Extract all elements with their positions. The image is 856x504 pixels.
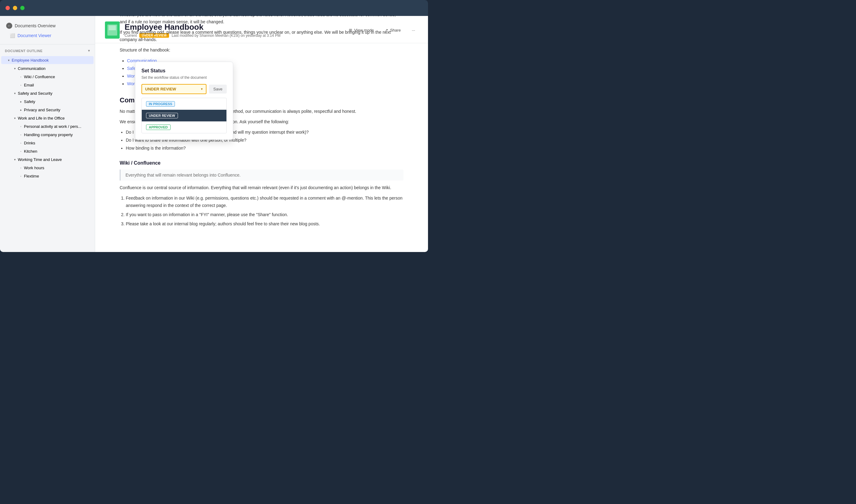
minimize-button[interactable] xyxy=(13,6,17,10)
tree-toggle-personal xyxy=(18,124,23,129)
status-select-value: UNDER REVIEW xyxy=(145,87,201,91)
status-select[interactable]: UNDER REVIEW ▾ xyxy=(141,84,207,94)
in-progress-badge: IN PROGRESS xyxy=(146,101,175,107)
edit-icon-comm: ✎ xyxy=(380,98,383,102)
wiki-numbered-list: Feedback on information in our Wiki (e.g… xyxy=(120,195,403,228)
traffic-lights xyxy=(5,6,24,10)
option-approved[interactable]: APPROVED xyxy=(142,121,226,133)
sidebar: ← Documents Overview ⬜ Document Viewer D… xyxy=(0,16,95,252)
back-link-label: Documents Overview xyxy=(15,23,55,28)
tree-toggle-wiki xyxy=(18,74,23,79)
maximize-button[interactable] xyxy=(20,6,24,10)
document-outline-tree: Employee Handbook Communication Wiki / C… xyxy=(0,55,95,181)
tree-children-handbook: Communication Wiki / Confluence Email xyxy=(0,65,95,180)
tree-toggle-privacy[interactable] xyxy=(18,107,23,112)
tree-item-drinks[interactable]: Drinks xyxy=(14,139,93,147)
wiki-item-3: Please take a look at our internal blog … xyxy=(126,220,403,228)
tree-item-kitchen[interactable]: Kitchen xyxy=(14,147,93,155)
save-button[interactable]: Save xyxy=(209,85,227,93)
popup-title: Set Status xyxy=(141,68,227,74)
comm-bullet-3: How binding is the information? xyxy=(126,145,403,152)
sidebar-nav-label: Document Viewer xyxy=(17,33,51,38)
tree-toggle-kitchen xyxy=(18,149,23,154)
document-viewer-icon: ⬜ xyxy=(10,33,15,38)
tree-toggle-flextime xyxy=(18,174,23,178)
tree-item-working-time[interactable]: Working Time and Leave xyxy=(7,156,93,163)
tree-item-safety-security[interactable]: Safety and Security xyxy=(7,89,93,97)
under-review-badge: UNDER REVIEW xyxy=(146,113,178,118)
tree-toggle-working-time[interactable] xyxy=(12,157,17,162)
tree-item-safety-sub[interactable]: Safety xyxy=(14,97,93,106)
tree-toggle-communication[interactable] xyxy=(12,66,17,71)
tree-item-email[interactable]: Email xyxy=(14,81,93,89)
tree-item-privacy[interactable]: Privacy and Security xyxy=(14,106,93,114)
titlebar xyxy=(0,0,428,16)
tree-item-wiki[interactable]: Wiki / Confluence xyxy=(14,73,93,80)
close-button[interactable] xyxy=(5,6,10,10)
wiki-quote: Everything that will remain relevant bel… xyxy=(120,169,403,181)
tree-item-employee-handbook[interactable]: Employee Handbook xyxy=(1,56,93,64)
chevron-down-icon: ▾ xyxy=(201,87,203,91)
tree-children-working-time: Work hours Flextime xyxy=(6,164,95,180)
outline-chevron[interactable]: ▾ xyxy=(88,49,90,53)
option-in-progress[interactable]: IN PROGRESS xyxy=(142,98,226,110)
outline-label: DOCUMENT OUTLINE ▾ xyxy=(0,44,95,55)
sidebar-header: ← Documents Overview ⬜ Document Viewer xyxy=(0,16,95,44)
app-container: ← Documents Overview ⬜ Document Viewer D… xyxy=(0,16,428,252)
tree-toggle-handbook[interactable] xyxy=(6,58,11,62)
tree-toggle-safety-sub[interactable] xyxy=(18,99,23,104)
back-link[interactable]: ← Documents Overview xyxy=(5,21,90,31)
wiki-item-1: Feedback on information in our Wiki (e.g… xyxy=(126,195,403,210)
tree-item-communication[interactable]: Communication xyxy=(7,65,93,72)
wiki-item-2: If you want to pass on information in a … xyxy=(126,211,403,219)
tree-children-work-life: Personal activity at work / pers... Hand… xyxy=(6,122,95,155)
more-button-comm[interactable]: ··· xyxy=(396,97,403,103)
approved-badge: APPROVED xyxy=(146,124,171,130)
intro-p3: If you find anything odd, please leave a… xyxy=(120,29,403,43)
edit-button-comm[interactable]: ✎ Edit xyxy=(378,97,393,103)
tree-item-flextime[interactable]: Flextime xyxy=(14,172,93,180)
tree-item-company-property[interactable]: Handling company property xyxy=(14,131,93,139)
tree-item-work-life[interactable]: Work and Life in the Office xyxy=(7,114,93,122)
tree-toggle-work-hours xyxy=(18,165,23,170)
section-wiki: Wiki / Confluence Everything that will r… xyxy=(120,160,403,228)
status-popup: Set Status Set the workflow status of th… xyxy=(135,61,233,140)
status-dropdown: IN PROGRESS UNDER REVIEW APPROVED xyxy=(141,98,227,133)
option-under-review[interactable]: UNDER REVIEW xyxy=(142,110,226,121)
sidebar-nav-document-viewer[interactable]: ⬜ Document Viewer xyxy=(5,31,90,40)
edit-label-comm: Edit xyxy=(384,98,390,102)
main-content: Employee Handbook Current UNDER REVIEW L… xyxy=(95,16,428,252)
tree-item-work-hours[interactable]: Work hours xyxy=(14,164,93,172)
tree-toggle-email xyxy=(18,83,23,87)
tree-item-personal-activity[interactable]: Personal activity at work / pers... xyxy=(14,122,93,130)
wiki-title: Wiki / Confluence xyxy=(120,160,403,166)
structure-label: Structure of the handbook: xyxy=(120,47,403,54)
popup-subtitle: Set the workflow status of the document xyxy=(141,75,227,80)
back-icon: ← xyxy=(6,23,12,29)
tree-toggle-company-property xyxy=(18,132,23,137)
tree-toggle-drinks xyxy=(18,140,23,145)
tree-toggle-safety[interactable] xyxy=(12,91,17,96)
popup-select-row: UNDER REVIEW ▾ Save xyxy=(141,84,227,94)
tree-toggle-work-life[interactable] xyxy=(12,115,17,121)
wiki-p1: Confluence is our central source of info… xyxy=(120,184,403,192)
tree-children-safety: Safety Privacy and Security xyxy=(6,97,95,114)
intro-p2: Whether you are new to the team or an ol… xyxy=(120,16,403,26)
tree-children-communication: Wiki / Confluence Email xyxy=(6,73,95,89)
